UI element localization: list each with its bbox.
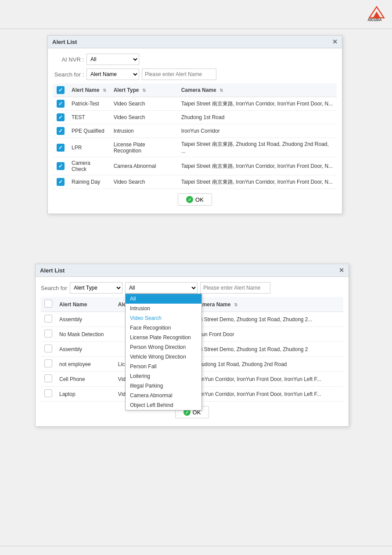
dropdown-item-camera-abnormal[interactable]: Camera Abnormal (126, 391, 201, 400)
cell-camera-name: Taipei Street 南京東路, IronYun Corridor, Ir… (178, 97, 337, 111)
dialog2-sort-icon-camera: ⇅ (234, 302, 237, 307)
dialog2-col-camera-name: Camera Name ⇅ (192, 297, 343, 312)
table-row: TEST Video Search Zhudong 1st Road (53, 111, 337, 124)
row-checkbox[interactable] (44, 374, 52, 382)
dropdown-item-object-left[interactable]: Object Left Behind (126, 400, 201, 410)
cell-camera-name: IronYun Corridor, IronYun Front Door, Ir… (192, 387, 343, 402)
cell-alert-name: Patrick-Test (68, 97, 110, 111)
row-checkbox[interactable] (57, 162, 65, 170)
row-checkbox[interactable] (44, 359, 52, 367)
col-alert-type: Alert Type ⇅ (110, 83, 178, 97)
cell-alert-name: Cell Phone (56, 372, 115, 387)
dialog1-alert-table: Alert Name ⇅ Alert Type ⇅ Camera Name ⇅ (53, 83, 337, 189)
cell-camera-name: Taipei Street 南京東路, Zhudong 1st Road, Zh… (178, 138, 337, 157)
cell-alert-type: Video Search (110, 175, 178, 189)
dropdown-item-intrusion[interactable]: Intrusion (126, 304, 201, 313)
table-row: PPE Qualified Intrusion IronYun Corridor (53, 124, 337, 138)
cell-alert-name: TEST (68, 111, 110, 124)
dropdown-item-person-fall[interactable]: Person Fall (126, 362, 201, 371)
row-checkbox[interactable] (44, 315, 52, 323)
cell-camera-name: Zhudong 1st Road (178, 111, 337, 124)
svg-text:AICUDA: AICUDA (367, 18, 381, 22)
dialog1-search-row: Search for : Alert Name (53, 69, 337, 80)
cell-alert-name: PPE Qualified (68, 124, 110, 138)
dropdown-item-all[interactable]: All (126, 294, 201, 304)
alert-type-select[interactable]: All (125, 282, 198, 294)
table-row: LPR License Plate Recognition Taipei Str… (53, 138, 337, 157)
dialog1-ai-nvr-row: AI NVR : All (53, 54, 337, 65)
dropdown-item-vehicle-wrong[interactable]: Vehicle Wrong Direction (126, 352, 201, 362)
dropdown-item-loitering[interactable]: Loitering (126, 371, 201, 381)
alert-type-dropdown-wrapper: All All Intrusion Video Search Face Reco… (125, 282, 198, 294)
row-checkbox[interactable] (57, 127, 65, 135)
dialog2-search-input[interactable] (200, 282, 270, 294)
row-checkbox[interactable] (57, 144, 65, 152)
dialog2-select-all-checkbox[interactable] (44, 300, 52, 308)
bottom-divider (0, 546, 392, 546)
dialog1: Alert List ✕ AI NVR : All Search for : A… (47, 35, 342, 214)
row-checkbox[interactable] (44, 389, 52, 397)
dialog1-ok-row: ✓ OK (53, 189, 337, 208)
logo-area: AICUDA (366, 4, 388, 23)
row-checkbox[interactable] (57, 113, 65, 121)
cell-alert-name: Raining Day (68, 175, 110, 189)
dropdown-item-video-search[interactable]: Video Search (126, 313, 201, 323)
search-input[interactable] (142, 69, 216, 80)
dropdown-item-person-wrong[interactable]: Person Wrong Direction (126, 342, 201, 352)
cell-alert-name: not employee (56, 357, 115, 372)
sort-icon-name: ⇅ (103, 88, 106, 93)
cell-alert-name: LPR (68, 138, 110, 157)
row-checkbox[interactable] (57, 100, 65, 108)
dialog1-body: AI NVR : All Search for : Alert Name (48, 48, 342, 214)
cell-camera-name: Zhudong 1st Road, Zhudong 2nd Road (192, 357, 343, 372)
cell-alert-type: Intrusion (110, 124, 178, 138)
dialog1-ok-button[interactable]: ✓ OK (178, 193, 212, 206)
search-for-label: Search for : (53, 71, 84, 78)
top-divider (0, 29, 392, 29)
sort-icon-camera: ⇅ (219, 88, 223, 93)
cell-alert-name: No Mask Detection (56, 327, 115, 342)
select-all-checkbox[interactable] (57, 86, 65, 94)
dropdown-item-license-plate[interactable]: License Plate Recognition (126, 333, 201, 342)
aicuda-logo: AICUDA (366, 4, 388, 22)
cell-alert-name: Laptop (56, 387, 115, 402)
dialog2-title-bar: Alert List ✕ (36, 264, 349, 277)
table-row: Patrick-Test Video Search Taipei Street … (53, 97, 337, 111)
cell-alert-type: Camera Abnormal (110, 157, 178, 175)
dialog2-search-select[interactable]: Alert Type (70, 282, 122, 294)
row-checkbox[interactable] (57, 178, 65, 186)
col-alert-name: Alert Name ⇅ (68, 83, 110, 97)
dialog2-search-label: Search for (41, 285, 67, 291)
dropdown-item-illegal-parking[interactable]: Illegal Parking (126, 381, 201, 391)
table-row: Raining Day Video Search Taipei Street 南… (53, 175, 337, 189)
dialog1-table-scroll[interactable]: Alert Name ⇅ Alert Type ⇅ Camera Name ⇅ (53, 83, 337, 189)
cell-alert-name: Assembly (56, 342, 115, 357)
dialog1-ok-label: OK (195, 196, 204, 203)
dialog2-col-alert-name: Alert Name (56, 297, 115, 312)
cell-camera-name: IronYun Corridor, IronYun Front Door, Ir… (192, 372, 343, 387)
cell-alert-name: Camera Check (68, 157, 110, 175)
dropdown-item-face-recognition[interactable]: Face Recognition (126, 323, 201, 333)
svg-marker-1 (373, 11, 381, 18)
cell-camera-name: nYun Front Door (192, 327, 343, 342)
row-checkbox[interactable] (44, 330, 52, 337)
sort-icon-type: ⇅ (142, 88, 146, 93)
ai-nvr-select[interactable]: All (86, 54, 139, 65)
row-checkbox[interactable] (44, 345, 52, 352)
dialog2-search-row: Search for Alert Type All All Intrusion … (41, 282, 343, 294)
dialog1-title-bar: Alert List ✕ (48, 36, 342, 48)
dialog2-close-button[interactable]: ✕ (339, 267, 344, 274)
cell-alert-name: Assembly (56, 312, 115, 327)
dialog1-close-button[interactable]: ✕ (332, 38, 338, 45)
cell-camera-name: Taipei Street 南京東路, IronYun Corridor, Ir… (178, 157, 337, 175)
cell-alert-type: Video Search (110, 111, 178, 124)
dialog2-body: Search for Alert Type All All Intrusion … (36, 277, 349, 426)
search-for-select[interactable]: Alert Name (86, 69, 139, 80)
cell-camera-name: Taipei Street 南京東路, IronYun Corridor, Ir… (178, 175, 337, 189)
dialog2: Alert List ✕ Search for Alert Type All A… (35, 264, 349, 427)
cell-camera-name: IronYun Corridor (178, 124, 337, 138)
cell-alert-type: Video Search (110, 97, 178, 111)
alert-type-dropdown: All Intrusion Video Search Face Recognit… (125, 294, 202, 410)
dialog2-title-text: Alert List (40, 267, 65, 274)
col-camera-name: Camera Name ⇅ (178, 83, 337, 97)
